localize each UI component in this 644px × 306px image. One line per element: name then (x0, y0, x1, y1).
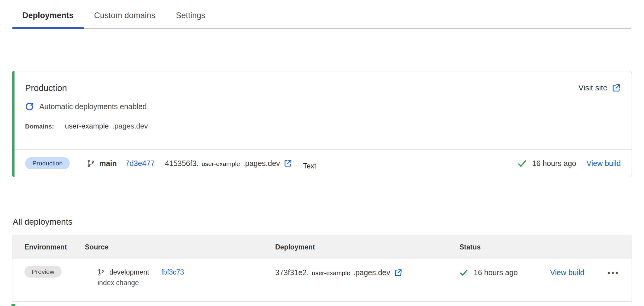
environment-badge: Preview (24, 266, 62, 278)
tab-deployments[interactable]: Deployments (12, 11, 84, 28)
url-name: user-example (312, 269, 350, 277)
environment-cell: Preview (24, 268, 85, 275)
deployment-url-link[interactable]: 373f31e2. user-example .pages.dev (275, 268, 459, 277)
status-time: 16 hours ago (532, 159, 576, 168)
tab-bar: Deployments Custom domains Settings (12, 0, 631, 29)
status-time: 16 hours ago (474, 268, 518, 277)
domain-name: user-example (65, 122, 109, 130)
production-title: Production (25, 83, 67, 93)
production-deployment-row: Production main 7d3e477 415356f3. user-e… (12, 149, 632, 177)
next-card-green-border-peek (11, 304, 15, 306)
visit-site-label: Visit site (578, 83, 607, 93)
url-suffix: .pages.dev (353, 268, 390, 277)
column-header-deployment: Deployment (275, 243, 459, 251)
column-header-status: Status (459, 243, 550, 251)
branch-name: development (109, 268, 149, 276)
deployment-status: 16 hours ago (517, 159, 576, 168)
external-link-icon (394, 269, 402, 277)
environment-badge: Production (25, 157, 70, 169)
url-name: user-example (201, 160, 240, 168)
source-cell: development fbf3c73 index change (85, 268, 275, 287)
commit-link[interactable]: fbf3c73 (161, 268, 184, 276)
table-row: Preview development fbf3c73 index change (12, 259, 632, 302)
external-link-icon (612, 83, 621, 93)
column-header-source: Source (85, 243, 275, 251)
domains-row: Domains: user-example .pages.dev (12, 111, 632, 130)
production-card-header: Production Visit site (12, 71, 632, 93)
column-header-environment: Environment (24, 243, 85, 251)
git-branch-icon (98, 269, 105, 276)
git-branch-icon (87, 159, 95, 168)
refresh-icon (25, 102, 34, 111)
deployments-table: Environment Source Deployment Status Pre… (12, 235, 632, 304)
domain-suffix: .pages.dev (112, 122, 148, 130)
success-check-icon (517, 159, 527, 168)
branch-name: main (99, 159, 117, 168)
stray-text-label: Text (303, 162, 316, 170)
visit-site-link[interactable]: Visit site (578, 83, 621, 93)
url-suffix: .pages.dev (243, 159, 280, 168)
tab-custom-domains[interactable]: Custom domains (84, 11, 166, 28)
commit-message: index change (98, 279, 275, 287)
status-cell: 16 hours ago (459, 268, 550, 277)
commit-link[interactable]: 7d3e477 (125, 159, 155, 168)
kebab-menu-icon[interactable]: ••• (607, 268, 619, 277)
success-check-icon (459, 268, 468, 277)
url-prefix: 373f31e2. (275, 268, 309, 277)
tab-settings[interactable]: Settings (166, 11, 216, 28)
production-card: Production Visit site Automatic deployme… (12, 71, 632, 177)
table-header-row: Environment Source Deployment Status (12, 235, 632, 259)
auto-deployments-text: Automatic deployments enabled (39, 102, 147, 111)
view-build-link[interactable]: View build (586, 159, 621, 168)
all-deployments-heading: All deployments (13, 217, 632, 227)
view-build-link[interactable]: View build (550, 268, 584, 277)
auto-deployments-status: Automatic deployments enabled (12, 93, 632, 111)
url-prefix: 415356f3. (165, 159, 198, 168)
deployment-url-link[interactable]: 415356f3. user-example .pages.dev (165, 159, 292, 168)
external-link-icon (284, 159, 292, 168)
branch-group: main (87, 159, 117, 168)
domains-label: Domains: (25, 123, 54, 130)
